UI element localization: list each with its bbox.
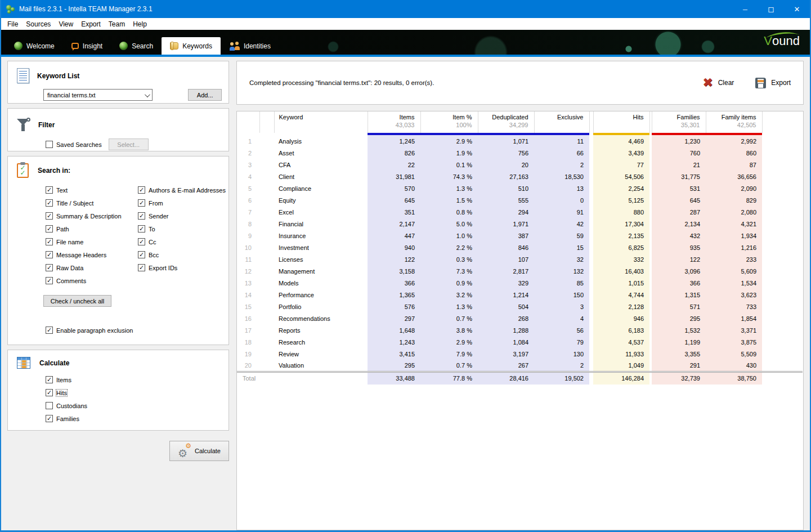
checkbox-items[interactable]: Items	[46, 373, 228, 386]
checkbox-file-name[interactable]: File name	[46, 235, 138, 248]
column-header-keyword[interactable]: Keyword	[274, 111, 368, 133]
tab-search[interactable]: Search	[111, 37, 162, 55]
column-header-num[interactable]	[237, 111, 259, 133]
table-row[interactable]: 3CFA220.1 %202772187	[237, 159, 803, 171]
checkbox-title-subject[interactable]: Title / Subject	[46, 196, 138, 209]
tab-keywords[interactable]: Keywords	[162, 37, 221, 55]
checkbox-saved-searches[interactable]: Saved Searches	[46, 138, 102, 151]
checkbox-sender[interactable]: Sender	[138, 209, 226, 222]
menu-item-sources[interactable]: Sources	[22, 19, 55, 29]
menu-item-export[interactable]: Export	[77, 19, 105, 29]
filter-title: Filter	[38, 121, 55, 129]
checkbox-box	[46, 225, 53, 233]
table-total-row: Total33,48877.8 %28,41619,502146,28432,7…	[237, 372, 803, 385]
table-row[interactable]: 6Equity6451.5 %55505,125645829	[237, 194, 803, 206]
tab-welcome[interactable]: Welcome	[6, 37, 63, 55]
checkbox-text[interactable]: Text	[46, 184, 138, 196]
checkbox-bcc[interactable]: Bcc	[138, 248, 226, 261]
checkbox-box	[138, 238, 145, 245]
menu-item-team[interactable]: Team	[105, 19, 129, 29]
table-row[interactable]: 8Financial2,1475.0 %1,9714217,3042,1344,…	[237, 218, 803, 230]
checkbox-custodians[interactable]: Custodians	[46, 399, 228, 412]
cell-items: 1,243	[368, 336, 420, 348]
maximize-button[interactable]	[758, 0, 784, 18]
checkbox-cc[interactable]: Cc	[138, 235, 226, 248]
column-header-dedup[interactable]: Deduplicated34,299	[478, 111, 534, 133]
cell-gap	[589, 348, 593, 360]
checkbox-from[interactable]: From	[138, 196, 226, 209]
checkbox-to[interactable]: To	[138, 222, 226, 235]
column-header-items[interactable]: Items43,033	[368, 111, 420, 133]
clear-button[interactable]: Clear	[702, 77, 734, 88]
add-button[interactable]: Add...	[188, 89, 222, 101]
checkbox-path[interactable]: Path	[46, 222, 138, 235]
table-row[interactable]: 10Investment9402.2 %846156,8259351,216	[237, 242, 803, 253]
tab-insight[interactable]: Insight	[63, 37, 111, 55]
cell-family_items: 1,534	[706, 277, 762, 289]
cell-num: 18	[237, 336, 259, 348]
cell-gap	[589, 289, 593, 301]
cell-family_items: 5,609	[706, 265, 762, 277]
table-row[interactable]: 14Performance1,3653.2 %1,2141504,7441,31…	[237, 289, 803, 301]
table-row[interactable]: 11Licenses1220.3 %10732332122233	[237, 253, 803, 265]
checkbox-summary-description[interactable]: Summary & Description	[46, 209, 138, 222]
search-in-right-column: Authors & E-mail AddressesFromSenderToCc…	[138, 184, 226, 287]
cell-gap	[589, 147, 593, 159]
table-row[interactable]: 15Portfolio5761.3 %50432,128571733	[237, 301, 803, 312]
cell-item_pct: 0.8 %	[420, 206, 478, 218]
tab-identities[interactable]: Identities	[221, 37, 279, 55]
table-row[interactable]: 1Analysis1,2452.9 %1,071114,4691,2302,99…	[237, 135, 803, 147]
checkbox-comments[interactable]: Comments	[46, 274, 138, 287]
checkbox-message-headers[interactable]: Message Headers	[46, 248, 138, 261]
check-uncheck-all-button[interactable]: Check / uncheck all	[43, 295, 111, 307]
table-row[interactable]: 7Excel3510.8 %294918802872,080	[237, 206, 803, 218]
column-header-families[interactable]: Families35,301	[652, 111, 706, 133]
keyword-list-panel: Keyword List financial terms.txt Add...	[7, 61, 229, 104]
keyword-list-select[interactable]: financial terms.txt	[43, 89, 153, 101]
checkbox-enable-paragraph-exclusion[interactable]: Enable paragraph exclusion	[46, 324, 228, 337]
column-subtotal: 35,301	[658, 122, 700, 128]
cell-items: 3,158	[368, 265, 420, 277]
table-row[interactable]: 16Recommendations2970.7 %26849462951,854	[237, 312, 803, 324]
export-button[interactable]: Export	[755, 78, 791, 88]
minimize-button[interactable]	[732, 0, 758, 18]
logo-swoosh-icon	[765, 31, 801, 39]
menu-item-help[interactable]: Help	[129, 19, 151, 29]
close-button[interactable]	[784, 0, 810, 18]
cell-hits: 2,254	[593, 182, 649, 194]
table-row[interactable]: 19Review3,4157.9 %3,19713011,9333,3555,5…	[237, 348, 803, 360]
table-row[interactable]: 5Compliance5701.3 %510132,2545312,090	[237, 182, 803, 194]
cell-items: 366	[368, 277, 420, 289]
table-row[interactable]: 12Management3,1587.3 %2,81713216,4033,09…	[237, 265, 803, 277]
checkbox-label: Saved Searches	[56, 141, 102, 148]
cell-dedup: 1,071	[478, 135, 534, 147]
cell-keyword: Compliance	[274, 182, 368, 194]
column-header-exclusive[interactable]: Exclusive	[534, 111, 589, 133]
table-row[interactable]: 18Research1,2432.9 %1,084794,5371,1993,8…	[237, 336, 803, 348]
table-row[interactable]: 4Client31,98174.3 %27,16318,53054,50631,…	[237, 171, 803, 182]
checkbox-hits[interactable]: Hits	[46, 386, 228, 399]
column-header-spacer[interactable]	[259, 111, 274, 133]
checkbox-raw-data[interactable]: Raw Data	[46, 261, 138, 274]
table-row[interactable]: 20Valuation2950.7 %26721,049291430	[237, 360, 803, 372]
menu-item-view[interactable]: View	[55, 19, 77, 29]
table-row[interactable]: 2Asset8261.9 %756663,439760860	[237, 147, 803, 159]
cell-filler	[762, 194, 803, 206]
menu-item-file[interactable]: File	[3, 19, 22, 29]
total-items: 33,488	[368, 372, 420, 385]
cell-gap	[589, 312, 593, 324]
table-row[interactable]: 13Models3660.9 %329851,0153661,534	[237, 277, 803, 289]
column-header-item_pct[interactable]: Item %100%	[420, 111, 478, 133]
column-label: Item %	[427, 114, 472, 120]
window-title: Mail files 2.3.1 - Intella TEAM Manager …	[19, 5, 153, 13]
checkbox-export-ids[interactable]: Export IDs	[138, 261, 226, 274]
column-header-family_items[interactable]: Family items42,505	[706, 111, 762, 133]
cell-filler	[762, 360, 803, 372]
table-row[interactable]: 9Insurance4471.0 %387592,1354321,934	[237, 230, 803, 242]
calculate-button[interactable]: ⚙⚙ Calculate	[169, 441, 229, 461]
column-header-hits[interactable]: Hits	[593, 111, 649, 133]
checkbox-authors-e-mail-addresses[interactable]: Authors & E-mail Addresses	[138, 184, 226, 196]
table-row[interactable]: 17Reports1,6483.8 %1,288566,1831,5323,37…	[237, 324, 803, 336]
select-button[interactable]: Select...	[109, 138, 149, 150]
checkbox-families[interactable]: Families	[46, 412, 228, 425]
